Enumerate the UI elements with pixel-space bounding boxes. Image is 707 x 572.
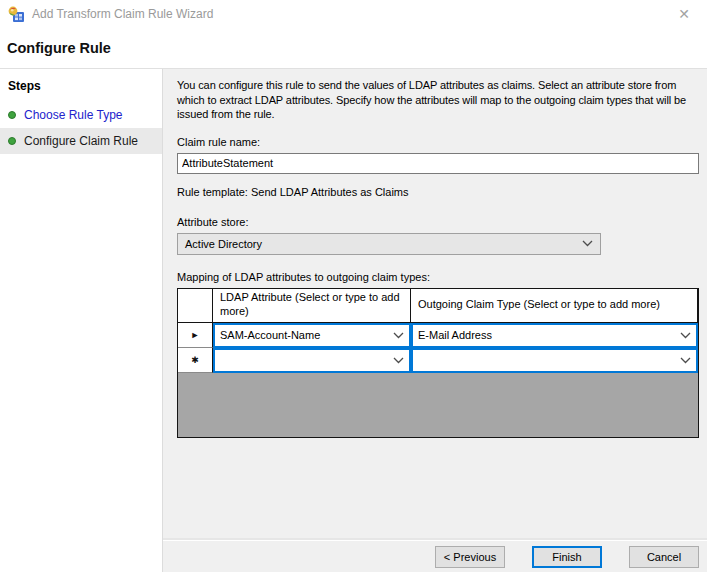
rule-template-text: Rule template: Send LDAP Attributes as C… [177,186,699,198]
step-label: Configure Claim Rule [24,134,138,148]
green-step-bullet-icon [8,111,16,119]
empty-grid-area [178,373,698,437]
rule-description: You can configure this rule to send the … [177,78,699,122]
step-label[interactable]: Choose Rule Type [24,108,123,122]
close-icon[interactable]: ✕ [669,0,699,28]
previous-button[interactable]: < Previous [435,546,505,568]
heading-area: Configure Rule [0,28,707,68]
attribute-store-dropdown[interactable]: Active Directory [177,233,601,255]
page-title: Configure Rule [7,40,111,56]
claim-rule-name-input[interactable] [177,153,699,174]
sidebar-item-configure-claim-rule[interactable]: Configure Claim Rule [0,128,162,154]
ldap-attribute-column-header: LDAP Attribute (Select or type to add mo… [213,289,411,323]
chevron-down-icon [680,332,691,339]
window-title: Add Transform Claim Rule Wizard [32,7,213,21]
chevron-down-icon [680,357,691,364]
wizard-body: Steps Choose Rule Type Configure Claim R… [0,68,707,572]
wizard-footer: < Previous Finish Cancel [163,540,707,572]
cancel-button[interactable]: Cancel [629,546,699,568]
outgoing-claim-type-dropdown-row1[interactable]: E-Mail Address [411,323,698,348]
ldap-attribute-dropdown-row2[interactable] [213,348,411,373]
new-row-marker-icon: ✱ [191,355,199,365]
claim-rule-name-label: Claim rule name: [177,136,699,148]
chevron-down-icon [582,240,593,247]
current-row-selector[interactable]: ► [178,323,213,348]
ldap-attribute-value: SAM-Account-Name [220,329,320,341]
green-step-bullet-icon [8,137,16,145]
configure-rule-panel: You can configure this rule to send the … [163,69,707,572]
steps-sidebar: Steps Choose Rule Type Configure Claim R… [0,69,163,572]
claim-rule-wizard-icon [8,6,25,23]
new-row-selector[interactable]: ✱ [178,348,213,373]
sidebar-item-choose-rule-type[interactable]: Choose Rule Type [0,102,162,128]
wizard-window: Add Transform Claim Rule Wizard ✕ Config… [0,0,707,572]
ldap-attribute-dropdown-row1[interactable]: SAM-Account-Name [213,323,411,348]
steps-header: Steps [0,75,162,102]
chevron-down-icon [393,332,404,339]
current-row-marker-icon: ► [191,330,200,340]
finish-button[interactable]: Finish [532,546,602,568]
attribute-store-label: Attribute store: [177,216,699,228]
outgoing-claim-type-dropdown-row2[interactable] [411,348,698,373]
mapping-label: Mapping of LDAP attributes to outgoing c… [177,271,699,283]
chevron-down-icon [393,357,404,364]
outgoing-claim-type-column-header: Outgoing Claim Type (Select or type to a… [411,289,698,323]
titlebar: Add Transform Claim Rule Wizard ✕ [0,0,707,28]
outgoing-claim-type-value: E-Mail Address [418,329,492,341]
mapping-table: LDAP Attribute (Select or type to add mo… [177,288,699,438]
row-selector-header [178,289,213,323]
attribute-store-value: Active Directory [185,238,262,250]
